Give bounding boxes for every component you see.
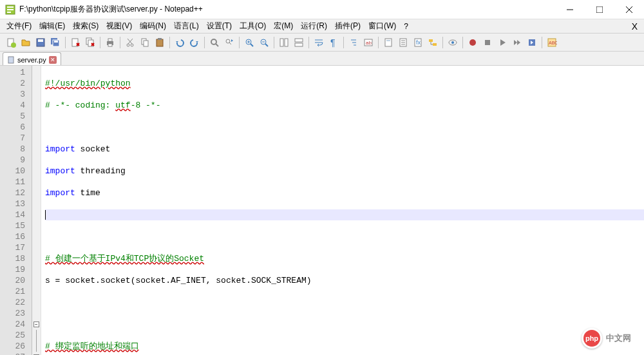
tab-server-py[interactable]: server.py ✕ <box>3 52 61 65</box>
menu-run[interactable]: 运行(R) <box>297 19 331 33</box>
fold-toggle[interactable]: − <box>33 321 39 327</box>
menu-view[interactable]: 视图(V) <box>102 19 136 33</box>
menu-macro[interactable]: 宏(M) <box>270 19 297 33</box>
line-number: 14 <box>0 209 25 220</box>
menu-help[interactable]: ? <box>400 21 412 32</box>
wordwrap-button[interactable] <box>312 35 326 50</box>
menu-encoding[interactable]: 编码(N) <box>136 19 170 33</box>
close-file-icon <box>70 37 80 48</box>
undo-icon <box>175 37 185 48</box>
menu-extra[interactable]: X <box>632 21 638 32</box>
menu-settings[interactable]: 设置(T) <box>203 19 236 33</box>
indent-guide-button[interactable] <box>346 35 361 50</box>
code-line: import time <box>45 187 644 198</box>
line-number: 27 <box>0 352 25 355</box>
line-number: 1 <box>0 67 25 78</box>
code-line: #!/usr/bin/python <box>45 78 644 89</box>
fast-forward-icon <box>512 37 522 48</box>
save-all-button[interactable] <box>48 35 62 50</box>
code-line: # -*- coding: utf-8 -*- <box>45 100 644 111</box>
maximize-icon <box>596 6 603 13</box>
paste-button[interactable] <box>153 35 167 50</box>
zoom-in-button[interactable] <box>242 35 256 50</box>
func-list-icon: fx <box>413 37 423 48</box>
menu-file[interactable]: 文件(F) <box>3 19 35 33</box>
toolbar-separator <box>239 37 240 48</box>
replace-button[interactable] <box>222 35 236 50</box>
fold-line <box>36 330 37 341</box>
line-number: 19 <box>0 264 25 275</box>
toolbar: ¶ ab fx ABC <box>0 34 644 52</box>
toolbar-separator <box>169 37 170 48</box>
code-line <box>45 319 644 330</box>
close-all-button[interactable] <box>83 35 97 50</box>
save-button[interactable] <box>33 35 48 50</box>
svg-point-9 <box>11 43 16 48</box>
undo-button[interactable] <box>173 35 187 50</box>
editor[interactable]: 1 2 3 4 5 6 7 8 9 10 11 12 13 14 15 16 1… <box>0 66 644 355</box>
menu-window[interactable]: 窗口(W) <box>365 19 400 33</box>
svg-point-70 <box>469 39 476 46</box>
find-button[interactable] <box>207 35 222 50</box>
close-button[interactable] <box>614 0 644 19</box>
play-macro-button[interactable] <box>495 35 509 50</box>
print-button[interactable] <box>103 35 117 50</box>
folder-tree-icon <box>428 37 438 48</box>
paste-icon <box>155 37 165 48</box>
folder-tree-button[interactable] <box>426 35 440 50</box>
zoom-out-button[interactable] <box>257 35 271 50</box>
replace-icon <box>224 37 234 48</box>
lang-button[interactable]: ab <box>361 35 375 50</box>
sync-h-button[interactable] <box>292 35 306 50</box>
svg-rect-1 <box>7 6 14 8</box>
copy-button[interactable] <box>138 35 152 50</box>
close-all-icon <box>85 37 95 48</box>
spellcheck-icon: ABC <box>547 37 557 48</box>
record-macro-button[interactable] <box>466 35 480 50</box>
monitor-button[interactable] <box>446 35 460 50</box>
show-all-chars-button[interactable]: ¶ <box>327 35 341 50</box>
cursor <box>45 210 46 220</box>
minimize-button[interactable] <box>555 0 585 19</box>
cut-button[interactable] <box>123 35 137 50</box>
close-icon <box>626 6 632 13</box>
toolbar-separator <box>378 37 379 48</box>
spellcheck-button[interactable]: ABC <box>545 35 559 50</box>
code-area[interactable]: #!/usr/bin/python # -*- coding: utf-8 -*… <box>41 66 644 355</box>
app-icon <box>5 5 15 15</box>
sync-v-button[interactable] <box>277 35 291 50</box>
new-file-button[interactable] <box>4 35 18 50</box>
menu-tools[interactable]: 工具(O) <box>236 19 270 33</box>
line-number: 20 <box>0 275 25 286</box>
save-macro-button[interactable] <box>525 35 539 50</box>
watermark: php 中文网 <box>582 328 631 349</box>
open-file-button[interactable] <box>19 35 33 50</box>
close-file-button[interactable] <box>68 35 82 50</box>
copy-icon <box>140 37 150 48</box>
menu-language[interactable]: 语言(L) <box>170 19 203 33</box>
stop-macro-button[interactable] <box>480 35 495 50</box>
doc-map-button[interactable] <box>381 35 395 50</box>
toolbar-separator <box>65 37 66 48</box>
menu-search[interactable]: 搜索(S) <box>69 19 102 33</box>
find-icon <box>209 37 220 48</box>
save-icon <box>35 37 46 48</box>
toolbar-separator <box>462 37 463 48</box>
svg-rect-57 <box>386 40 390 41</box>
line-number: 7 <box>0 133 25 144</box>
menu-plugins[interactable]: 插件(P) <box>331 19 365 33</box>
svg-rect-5 <box>596 6 603 13</box>
play-multi-button[interactable] <box>510 35 524 50</box>
svg-point-26 <box>131 44 133 46</box>
toolbar-separator <box>442 37 443 48</box>
svg-rect-44 <box>280 39 283 46</box>
tabbar: server.py ✕ <box>0 52 644 66</box>
menu-edit[interactable]: 编辑(E) <box>35 19 69 33</box>
code-line: import threading <box>45 166 644 177</box>
redo-button[interactable] <box>187 35 202 50</box>
func-list-button[interactable]: fx <box>411 35 425 50</box>
tab-close-button[interactable]: ✕ <box>49 56 57 64</box>
doc-list-button[interactable] <box>396 35 410 50</box>
toolbar-separator <box>308 37 309 48</box>
maximize-button[interactable] <box>585 0 614 19</box>
